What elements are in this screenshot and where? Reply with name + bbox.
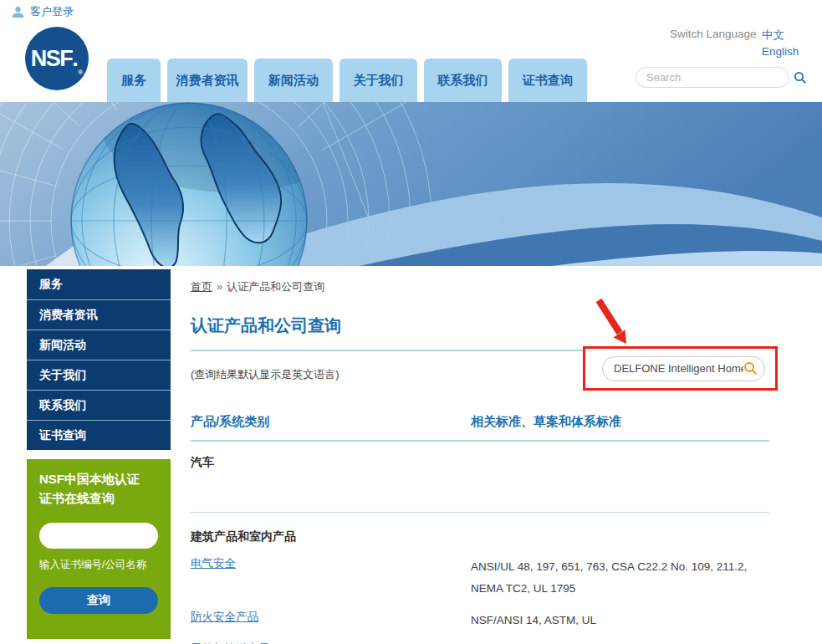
nsf-logo[interactable]: NSF.® <box>25 27 89 90</box>
row-link-electrical-safety[interactable]: 电气安全 <box>191 557 236 570</box>
sidebar-item-services[interactable]: 服务 <box>27 269 171 299</box>
search-icon[interactable] <box>794 71 807 84</box>
sidebar-item-news[interactable]: 新闻活动 <box>27 330 171 360</box>
site-search-input[interactable] <box>646 71 794 84</box>
row-link-fire-safety[interactable]: 防火安全产品 <box>191 611 258 623</box>
sidebar-item-consumer-info[interactable]: 消费者资讯 <box>27 299 171 330</box>
annotation-highlight-box <box>583 346 778 391</box>
sidebar-item-about[interactable]: 关于我们 <box>27 360 171 390</box>
title-divider <box>191 350 583 351</box>
results-table-header: 产品/系统类别 相关标准、草案和体系标准 <box>191 414 769 430</box>
sidebar-item-certificate-search[interactable]: 证书查询 <box>27 420 171 450</box>
local-certificate-widget: NSF中国本地认证 证书在线查询 输入证书编号/公司名称 查询 <box>27 459 171 639</box>
nav-tab-services[interactable]: 服务 <box>107 59 161 102</box>
nav-tab-consumer-info[interactable]: 消费者资讯 <box>167 59 248 102</box>
breadcrumb-home-link[interactable]: 首页 <box>191 280 212 293</box>
customer-login-link[interactable]: 客户登录 <box>12 4 74 19</box>
header: 客户登录 NSF.® 服务 消费者资讯 新闻活动 关于我们 联系我们 证书查询 … <box>0 0 822 102</box>
certificate-number-input[interactable] <box>39 523 158 549</box>
row-standards: ANSI/UL 48, 197, 651, 763, CSA C22.2 No.… <box>471 556 769 599</box>
row-divider <box>191 512 769 513</box>
nsf-logo-text: NSF <box>31 46 73 72</box>
hero-banner <box>0 102 822 266</box>
nav-tab-about[interactable]: 关于我们 <box>340 59 417 102</box>
customer-login-label: 客户登录 <box>30 4 74 19</box>
language-option-chinese[interactable]: 中文 <box>762 28 784 43</box>
main-content: 首页»认证产品和公司查询 认证产品和公司查询 (查询结果默认显示是英文语言) 产… <box>191 269 769 644</box>
breadcrumb-current: 认证产品和公司查询 <box>227 280 324 293</box>
user-icon <box>12 6 24 18</box>
search-icon-orange[interactable] <box>743 361 758 376</box>
result-search-input[interactable] <box>614 362 743 375</box>
breadcrumb: 首页»认证产品和公司查询 <box>191 279 769 294</box>
widget-title: NSF中国本地认证 证书在线查询 <box>39 469 158 508</box>
certificate-query-button[interactable]: 查询 <box>39 587 158 614</box>
language-option-english[interactable]: English <box>762 45 799 58</box>
annotation-arrow-icon <box>590 298 657 350</box>
sidebar-item-contact[interactable]: 联系我们 <box>27 390 171 420</box>
column-header-standards: 相关标准、草案和体系标准 <box>471 414 769 430</box>
table-header-divider <box>191 440 769 442</box>
main-nav: 服务 消费者资讯 新闻活动 关于我们 联系我们 证书查询 <box>107 59 587 102</box>
certificate-input-hint: 输入证书编号/公司名称 <box>39 558 158 572</box>
nav-tab-news[interactable]: 新闻活动 <box>254 59 333 102</box>
category-building-products: 建筑产品和室内产品 <box>191 529 769 544</box>
page-title: 认证产品和公司查询 <box>191 314 769 337</box>
registered-mark: ® <box>78 69 83 76</box>
page: 客户登录 NSF.® 服务 消费者资讯 新闻活动 关于我们 联系我们 证书查询 … <box>0 0 822 644</box>
table-row: 电气安全 ANSI/UL 48, 197, 651, 763, CSA C22.… <box>191 556 769 599</box>
row-standards: NSF/ANSI 14, ASTM, UL <box>471 610 769 631</box>
result-search-box <box>602 356 765 381</box>
site-search-box <box>636 67 789 88</box>
switch-language-label: Switch Language <box>670 28 757 40</box>
banner-globe-graphic <box>0 102 822 266</box>
table-row: 防火安全产品 NSF/ANSI 14, ASTM, UL <box>191 610 769 631</box>
nav-tab-contact[interactable]: 联系我们 <box>424 59 502 102</box>
category-automotive: 汽车 <box>191 455 769 470</box>
column-header-product-category: 产品/系统类别 <box>191 414 471 430</box>
breadcrumb-separator: » <box>217 280 222 293</box>
sidebar: 服务 消费者资讯 新闻活动 关于我们 联系我们 证书查询 NSF中国本地认证 证… <box>27 269 171 639</box>
nav-tab-certificate-search[interactable]: 证书查询 <box>508 59 587 102</box>
